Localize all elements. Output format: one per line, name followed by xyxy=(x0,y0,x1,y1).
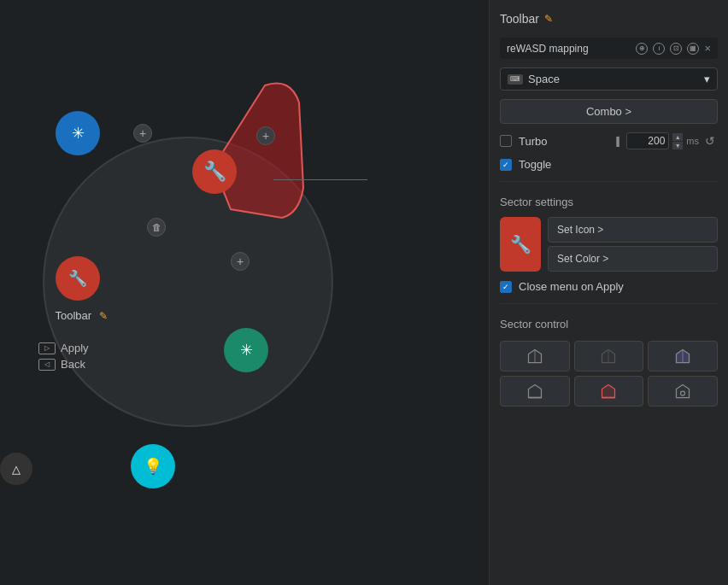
mapping-icons-area: ⊕ i ⊡ ▦ × xyxy=(636,42,711,55)
plus-btn-3[interactable]: + xyxy=(231,252,250,271)
close-menu-row: Close menu on Apply xyxy=(500,280,718,293)
toggle-row: Toggle xyxy=(500,158,718,171)
ctrl-btn-4[interactable] xyxy=(500,376,570,407)
turbo-value-input[interactable] xyxy=(626,132,669,149)
turbo-bars-icon: ▐ xyxy=(609,134,623,148)
turbo-spin-down[interactable]: ▼ xyxy=(672,142,683,149)
turbo-label: Turbo xyxy=(519,135,547,148)
info-icon[interactable]: i xyxy=(653,43,665,55)
gamepad-icon[interactable]: ⊡ xyxy=(670,43,682,55)
turbo-row: Turbo ▐ ▲ ▼ ms ↺ xyxy=(500,132,718,149)
xbox-icon[interactable]: ⊕ xyxy=(636,43,648,55)
mapping-row: reWASD mapping ⊕ i ⊡ ▦ × xyxy=(500,38,718,59)
divider-2 xyxy=(500,303,718,304)
right-panel: Toolbar ✎ reWASD mapping ⊕ i ⊡ ▦ × ⌨ Spa… xyxy=(489,0,728,585)
toolbar-label-area: Toolbar ✎ xyxy=(43,307,120,323)
panel-pencil-icon[interactable]: ✎ xyxy=(544,13,553,25)
radial-btn-top-left[interactable]: ✳ xyxy=(56,111,100,155)
back-icon: ◁ xyxy=(38,359,56,371)
apply-label: Apply xyxy=(61,342,89,354)
close-menu-label: Close menu on Apply xyxy=(519,280,624,293)
radial-btn-left[interactable]: 🔧 xyxy=(56,256,100,301)
plus-btn-2[interactable]: + xyxy=(256,126,275,145)
svg-point-2 xyxy=(681,391,685,395)
turbo-input-group: ▐ ▲ ▼ ms ↺ xyxy=(609,132,718,149)
ctrl-btn-1[interactable] xyxy=(500,341,570,371)
mapping-name-area: reWASD mapping xyxy=(507,43,589,55)
ctrl-btn-6[interactable] xyxy=(648,376,718,407)
radial-menu-area: 🔧 ✳ 🔧 ✳ 💡 △ + + + 🗑 Toolbar ✎ ▷ Apply ◁ … xyxy=(0,0,367,585)
panel-toolbar-title: Toolbar ✎ xyxy=(500,12,718,26)
ctrl-btn-2[interactable] xyxy=(574,341,644,371)
dropdown-value: Space xyxy=(528,73,560,85)
turbo-reset-button[interactable]: ↺ xyxy=(702,133,718,149)
divider-1 xyxy=(500,181,718,182)
close-menu-checkbox[interactable] xyxy=(500,281,512,293)
ctrl-btn-5[interactable] xyxy=(574,376,644,407)
plus-btn-1[interactable]: + xyxy=(133,124,152,143)
dd-kbd-icon: ⌨ xyxy=(508,74,523,85)
toggle-checkbox[interactable] xyxy=(500,159,512,171)
space-dropdown[interactable]: ⌨ Space ▾ xyxy=(500,67,718,91)
apply-item[interactable]: ▷ Apply xyxy=(38,342,89,354)
sector-control-header: Sector control xyxy=(500,318,718,331)
apply-back-area: ▷ Apply ◁ Back xyxy=(38,342,89,436)
back-label: Back xyxy=(61,358,85,371)
sector-control-grid xyxy=(500,341,718,407)
set-color-button[interactable]: Set Color > xyxy=(548,246,718,272)
combo-button[interactable]: Combo > xyxy=(500,99,718,124)
mapping-name-text: reWASD mapping xyxy=(507,43,589,55)
set-icon-button[interactable]: Set Icon > xyxy=(548,217,718,243)
radial-btn-bottom-left[interactable]: 💡 xyxy=(131,444,175,488)
sector-action-buttons: Set Icon > Set Color > xyxy=(548,217,718,272)
sector-preview-icon: 🔧 xyxy=(500,217,541,272)
back-item[interactable]: ◁ Back xyxy=(38,358,89,371)
toggle-label: Toggle xyxy=(519,158,551,171)
layout-icon[interactable]: ▦ xyxy=(687,43,699,55)
turbo-spinners: ▲ ▼ xyxy=(672,133,683,149)
sector-settings-row: 🔧 Set Icon > Set Color > xyxy=(500,217,718,272)
turbo-spin-up[interactable]: ▲ xyxy=(672,133,683,141)
apply-icon: ▷ xyxy=(38,342,56,354)
mapping-close[interactable]: × xyxy=(704,42,711,55)
ctrl-btn-3[interactable] xyxy=(648,341,718,371)
radial-btn-bottom[interactable]: ✳ xyxy=(224,328,268,372)
panel-title-text: Toolbar xyxy=(500,12,539,26)
delete-btn[interactable]: 🗑 xyxy=(147,218,166,237)
sector-radial-icon[interactable]: 🔧 xyxy=(192,149,237,194)
toolbar-label: Toolbar xyxy=(55,309,91,322)
toolbar-pencil[interactable]: ✎ xyxy=(99,310,108,322)
connector-line xyxy=(273,179,367,180)
turbo-unit: ms xyxy=(686,136,699,146)
turbo-checkbox[interactable] xyxy=(500,135,512,147)
sector-wrench-icon: 🔧 xyxy=(510,234,531,254)
sector-settings-header: Sector settings xyxy=(500,196,718,208)
radial-platform-icon[interactable]: △ xyxy=(0,453,32,485)
dropdown-arrow: ▾ xyxy=(704,73,710,85)
